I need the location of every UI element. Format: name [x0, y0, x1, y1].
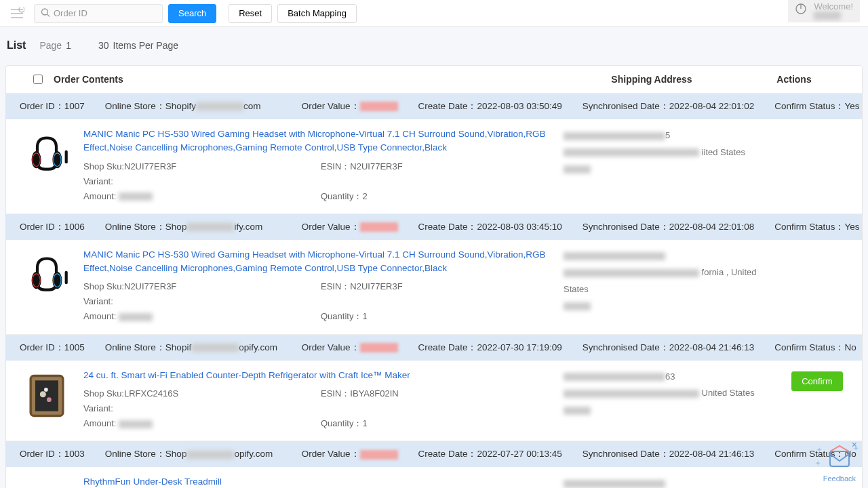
esin: N2UI77ER3F [350, 281, 402, 291]
shop-sku: LRFXC2416S [124, 388, 178, 399]
feedback-label: Feedback [823, 474, 856, 483]
orders-table: Order Contents Shipping Address Actions … [5, 65, 863, 488]
select-all-checkbox[interactable] [33, 75, 43, 84]
order-body-row: 24 cu. ft. Smart wi-Fi Enabled Counter-D… [6, 361, 862, 442]
order-value-redacted [360, 222, 398, 232]
confirm-status: No [844, 342, 856, 352]
order-body-row: RhythmFun Under-Desk Treadmill Shop Sku:… [6, 467, 862, 488]
store-name: Shopifopify.com [165, 342, 277, 352]
svg-point-4 [42, 9, 48, 15]
order-head-row: Order ID：1003 Online Store：Shopopify.com… [6, 441, 862, 467]
list-title: List [7, 39, 26, 52]
order-body-row: MANIC Manic PC HS-530 Wired Gaming Heads… [6, 119, 862, 214]
svg-rect-8 [830, 451, 849, 466]
shipping-address: d States [564, 475, 781, 488]
order-value-redacted [360, 450, 398, 460]
store-name: Shopify.com [165, 222, 262, 232]
search-button[interactable]: Search [168, 4, 216, 23]
shipping-address: 5 iited States [564, 127, 781, 204]
amount-redacted [119, 420, 153, 428]
product-thumbnail [20, 475, 74, 488]
shipping-address: fornia , United States [564, 248, 781, 325]
product-title-link[interactable]: 24 cu. ft. Smart wi-Fi Enabled Counter-D… [83, 369, 564, 382]
quantity: 1 [362, 311, 367, 321]
batch-mapping-button[interactable]: Batch Mapping [277, 4, 357, 23]
order-value-redacted [360, 102, 398, 111]
svg-line-5 [47, 14, 50, 17]
topbar: Search Reset Batch Mapping Welcome! [0, 0, 868, 27]
create-date: 2022-07-30 17:19:09 [477, 342, 561, 352]
product-thumbnail [20, 248, 74, 302]
order-id: 1006 [64, 222, 85, 232]
sync-date: 2022-08-04 21:46:13 [669, 449, 754, 459]
product-title-link[interactable]: MANIC Manic PC HS-530 Wired Gaming Heads… [83, 248, 564, 276]
create-date: 2022-08-03 03:45:10 [477, 222, 561, 232]
create-date: 2022-07-27 00:13:45 [477, 449, 561, 459]
list-header: List Page 1 30 Items Per Page [0, 27, 868, 58]
feedback-icon [823, 443, 856, 473]
welcome-label: Welcome! [814, 1, 853, 12]
column-actions: Actions [753, 74, 835, 85]
feedback-widget[interactable]: × ✦ ✦ ✦ Feedback [823, 443, 856, 483]
order-id: 1003 [64, 449, 85, 459]
quantity: 2 [362, 191, 367, 201]
search-wrap [34, 4, 163, 23]
column-shipping: Shipping Address [550, 74, 753, 85]
items-per-page-label: Items Per Page [113, 40, 179, 51]
power-icon[interactable] [795, 3, 807, 18]
search-icon [41, 7, 50, 19]
confirm-status: Yes [844, 222, 859, 232]
product-title-link[interactable]: RhythmFun Under-Desk Treadmill [83, 475, 564, 488]
create-date: 2022-08-03 03:50:49 [477, 101, 561, 111]
sync-date: 2022-08-04 21:46:13 [669, 342, 754, 352]
store-name: Shopifycom [165, 101, 261, 111]
welcome-box: Welcome! [788, 0, 860, 22]
shipping-address: 63 United States [564, 369, 781, 432]
esin: IBYA8F02IN [350, 388, 398, 399]
amount-redacted [119, 192, 153, 201]
confirm-button[interactable]: Confirm [791, 371, 843, 391]
confirm-status: Yes [844, 101, 859, 111]
sync-date: 2022-08-04 22:01:08 [669, 222, 754, 232]
order-id: 1007 [64, 101, 85, 111]
shop-sku: N2UI77ER3F [124, 281, 176, 291]
table-head: Order Contents Shipping Address Actions [6, 66, 862, 94]
product-thumbnail [20, 369, 74, 423]
page-label: Page [39, 40, 62, 51]
store-name: Shopopify.com [165, 449, 273, 459]
menu-toggle-icon[interactable] [7, 3, 27, 24]
column-contents: Order Contents [54, 74, 550, 85]
order-head-row: Order ID：1007 Online Store：Shopifycom Or… [6, 94, 862, 119]
order-id: 1005 [64, 342, 85, 352]
esin: N2UI77ER3F [350, 161, 402, 171]
sync-date: 2022-08-04 22:01:02 [669, 101, 754, 111]
items-per-page-value: 30 [98, 40, 109, 51]
amount-redacted [119, 313, 153, 321]
order-value-redacted [360, 343, 398, 352]
search-input[interactable] [34, 4, 163, 23]
product-thumbnail [20, 127, 74, 182]
page-number: 1 [66, 40, 71, 51]
quantity: 1 [362, 418, 367, 428]
product-title-link[interactable]: MANIC Manic PC HS-530 Wired Gaming Heads… [83, 127, 564, 155]
order-head-row: Order ID：1006 Online Store：Shopify.com O… [6, 214, 862, 240]
shop-sku: N2UI77ER3F [124, 161, 176, 171]
order-head-row: Order ID：1005 Online Store：Shopifopify.c… [6, 335, 862, 361]
reset-button[interactable]: Reset [229, 4, 272, 23]
order-body-row: MANIC Manic PC HS-530 Wired Gaming Heads… [6, 240, 862, 335]
